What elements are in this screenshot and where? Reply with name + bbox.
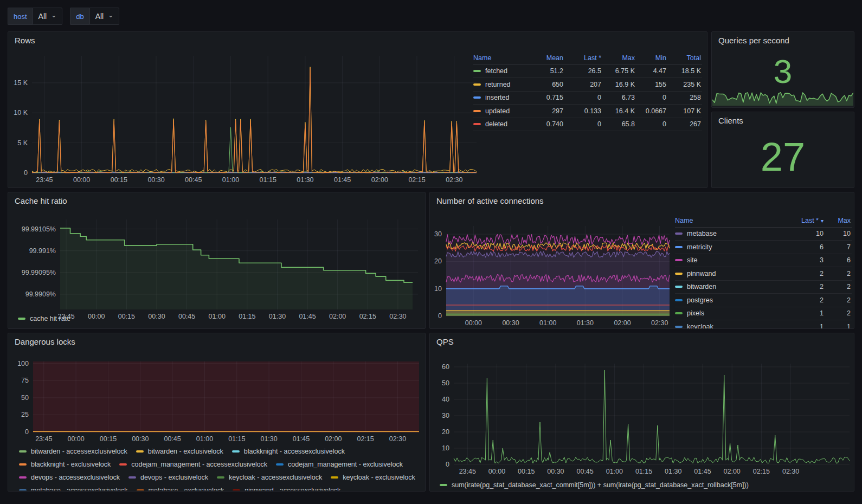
svg-text:01:15: 01:15 (260, 176, 276, 184)
legend-item[interactable]: keycloak - accessexclusivelock (217, 473, 322, 482)
legend-label: metabase - accessexclusivelock (31, 486, 128, 490)
legend-item[interactable]: sum(irate(pg_stat_database_xact_commit[5… (440, 481, 749, 489)
panel-title[interactable]: Queries per second (712, 32, 854, 49)
table-value: 2 (825, 296, 852, 304)
variable-host: host All ⌄ (8, 8, 62, 25)
series-name[interactable]: inserted (485, 94, 509, 101)
connections-chart[interactable]: 00:0000:3001:0001:3002:0002:300102030 (431, 206, 674, 329)
legend-item[interactable]: codejam_management - exclusivelock (276, 460, 403, 469)
table-row: pixels12 (675, 307, 852, 321)
svg-text:10: 10 (434, 285, 442, 293)
series-color-swatch (19, 476, 27, 479)
variable-host-label[interactable]: host (8, 8, 33, 25)
svg-text:00:15: 00:15 (100, 435, 117, 443)
legend-item[interactable]: bitwarden - accessexclusivelock (19, 447, 127, 456)
series-color-swatch (217, 476, 224, 479)
column-header-last[interactable]: Last * (564, 54, 602, 62)
legend-item[interactable]: cache hit rate (18, 314, 70, 323)
svg-text:40: 40 (442, 396, 449, 403)
chevron-down-icon: ⌄ (51, 12, 56, 18)
legend-label: metabase - exclusivelock (149, 486, 224, 490)
svg-text:0: 0 (446, 461, 449, 468)
svg-text:99.991%: 99.991% (29, 247, 56, 255)
series-name[interactable]: returned (485, 81, 511, 88)
cache-hit-chart[interactable]: 23:4500:0000:1500:3000:4501:0001:1501:30… (12, 208, 422, 325)
column-header-max[interactable]: Max (602, 54, 636, 62)
svg-text:00:00: 00:00 (465, 319, 482, 327)
series-name[interactable]: updated (485, 107, 510, 115)
panel-title[interactable]: Clients (712, 112, 854, 129)
svg-text:99.9909%: 99.9909% (25, 290, 56, 298)
svg-text:00:30: 00:30 (132, 435, 149, 443)
column-header-max[interactable]: Max (825, 217, 852, 224)
legend-label: bitwarden - accessexclusivelock (31, 447, 127, 456)
legend-item[interactable]: bitwarden - exclusivelock (136, 447, 223, 456)
series-name[interactable]: deleted (485, 120, 507, 128)
column-header-total[interactable]: Total (667, 54, 702, 62)
svg-text:50: 50 (442, 379, 449, 387)
legend-item[interactable]: blackknight - exclusivelock (19, 460, 111, 469)
legend-item[interactable]: keycloak - exclusivelock (331, 473, 415, 482)
variable-host-select[interactable]: All ⌄ (33, 8, 63, 25)
qps-chart[interactable]: 23:4500:0000:1500:3000:4501:0001:1501:30… (432, 348, 852, 479)
table-value: 0.133 (564, 107, 602, 115)
svg-text:01:00: 01:00 (606, 468, 623, 475)
column-header-mean[interactable]: Mean (531, 54, 564, 62)
legend-item[interactable]: devops - accessexclusivelock (19, 473, 120, 482)
series-name[interactable]: pinnwand (687, 270, 716, 277)
table-value: 3 (791, 256, 825, 264)
series-color-swatch (276, 463, 284, 466)
locks-legend: bitwarden - accessexclusivelockbitwarden… (19, 447, 420, 490)
series-color-swatch (331, 476, 338, 479)
table-row: bitwarden22 (675, 281, 852, 294)
dangerous-locks-chart[interactable]: 23:4500:0000:1500:3000:4501:0001:1501:30… (11, 348, 423, 445)
series-name[interactable]: metricity (687, 243, 712, 251)
legend-item[interactable]: blackknight - accessexclusivelock (232, 447, 345, 456)
table-value: 6.73 (602, 94, 636, 101)
column-header-name[interactable]: Name (675, 217, 791, 224)
series-name[interactable]: metabase (687, 230, 717, 237)
svg-text:02:00: 02:00 (325, 435, 342, 443)
panel-title[interactable]: QPS (430, 333, 854, 350)
table-value: 6.75 K (602, 67, 636, 75)
series-name[interactable]: site (687, 256, 697, 264)
variable-db-label[interactable]: db (70, 8, 89, 25)
legend-label: sum(irate(pg_stat_database_xact_commit[5… (452, 481, 749, 489)
svg-text:01:30: 01:30 (297, 176, 313, 184)
svg-text:02:30: 02:30 (651, 319, 668, 327)
series-name[interactable]: pixels (687, 309, 704, 317)
legend-item[interactable]: codejam_management - accessexclusivelock (119, 460, 267, 469)
variable-bar: host All ⌄ db All ⌄ (8, 8, 119, 25)
series-color-swatch (128, 476, 136, 479)
panel-title[interactable]: Cache hit ratio (8, 192, 425, 209)
column-header-last[interactable]: Last *▾ (791, 217, 825, 224)
legend-item[interactable]: metabase - accessexclusivelock (19, 486, 128, 490)
series-color-swatch (119, 463, 127, 466)
variable-db-select[interactable]: All ⌄ (89, 8, 120, 25)
rows-chart[interactable]: 23:4500:0000:1500:3000:4501:0001:1501:30… (10, 46, 487, 188)
legend-item[interactable]: metabase - exclusivelock (137, 486, 224, 490)
series-name[interactable]: fetched (485, 67, 507, 75)
legend-item[interactable]: pinnwand - accessexclusivelock (233, 486, 340, 490)
legend-label: blackknight - accessexclusivelock (244, 447, 345, 456)
column-header-min[interactable]: Min (636, 54, 667, 62)
svg-text:01:30: 01:30 (577, 319, 594, 327)
legend-item[interactable]: devops - exclusivelock (128, 473, 208, 482)
svg-text:20: 20 (434, 257, 442, 265)
panel-cache-hit-ratio: Cache hit ratio 23:4500:0000:1500:3000:4… (8, 192, 426, 329)
table-value: 16.4 K (602, 107, 636, 115)
table-row: metabase1010 (675, 228, 852, 241)
column-header-name[interactable]: Name (473, 54, 531, 62)
table-value: 26.5 (564, 67, 602, 75)
svg-text:30: 30 (442, 412, 449, 419)
legend-label: cache hit rate (30, 314, 70, 323)
legend-label: blackknight - exclusivelock (31, 460, 111, 469)
series-name[interactable]: postgres (687, 296, 713, 304)
svg-text:01:00: 01:00 (222, 176, 239, 184)
series-name[interactable]: bitwarden (687, 283, 716, 290)
panel-title[interactable]: Dangerous locks (8, 333, 425, 350)
series-name[interactable]: keycloak (687, 323, 713, 329)
series-color-swatch (233, 489, 240, 490)
table-value: 0 (636, 120, 667, 128)
table-value: 0.740 (531, 120, 564, 128)
